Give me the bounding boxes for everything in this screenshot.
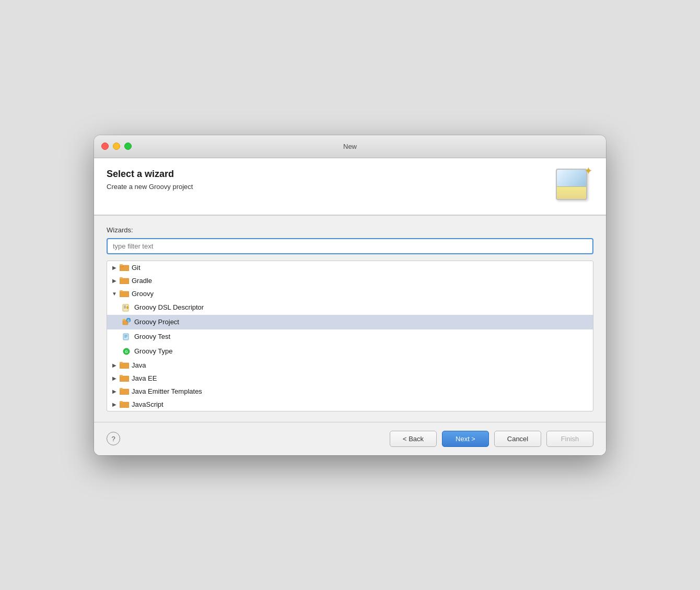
header-text: Select a wizard Create a new Groovy proj… (107, 169, 193, 191)
page-title: Select a wizard (107, 169, 193, 180)
arrow-icon: ▶ (111, 375, 118, 381)
page-subtitle: Create a new Groovy project (107, 183, 193, 191)
svg-text:G: G (127, 319, 130, 322)
tree-item-groovy-dsl[interactable]: Groovy DSL Descriptor (107, 300, 593, 315)
close-button[interactable] (101, 143, 109, 150)
titlebar: New (94, 135, 606, 158)
tree-item-label: Java EE (132, 374, 157, 382)
tree-item-label: Groovy Type (134, 347, 172, 355)
svg-rect-5 (120, 291, 129, 297)
arrow-icon: ▶ (111, 401, 118, 407)
footer: ? < Back Next > Cancel Finish (94, 422, 606, 455)
back-button[interactable]: < Back (390, 431, 437, 447)
filter-input[interactable] (107, 238, 593, 254)
folder-icon (120, 290, 129, 297)
svg-rect-29 (120, 401, 123, 403)
folder-icon (120, 361, 129, 369)
tree-item-java[interactable]: ▶ Java (107, 359, 593, 372)
tree-item-javascript[interactable]: ▶ JavaScript (107, 398, 593, 411)
groovy-test-icon (122, 332, 131, 341)
arrow-icon: ▶ (111, 277, 118, 284)
svg-rect-6 (120, 290, 123, 292)
folder-icon (120, 264, 129, 271)
wizards-label: Wizards: (107, 226, 593, 234)
folder-icon (120, 374, 129, 382)
wizard-icon: ✦ (556, 169, 593, 206)
svg-rect-28 (120, 402, 129, 408)
window-title: New (343, 143, 357, 150)
svg-rect-26 (120, 389, 129, 395)
tree-item-label: JavaScript (132, 400, 164, 408)
svg-rect-24 (120, 376, 129, 382)
tree-item-java-ee[interactable]: ▶ Java EE (107, 372, 593, 385)
window: New Select a wizard Create a new Groovy … (94, 135, 606, 455)
svg-rect-13 (123, 319, 125, 321)
svg-rect-16 (123, 334, 129, 340)
arrow-icon: ▶ (111, 362, 118, 368)
tree-item-label: Gradle (132, 277, 152, 285)
next-button[interactable]: Next > (442, 431, 489, 447)
svg-text:G: G (125, 350, 128, 353)
tree-container[interactable]: ▶ Git ▶ G (107, 261, 593, 411)
svg-rect-2 (120, 264, 123, 266)
cancel-button[interactable]: Cancel (494, 431, 541, 447)
traffic-lights (101, 143, 132, 150)
arrow-icon: ▼ (111, 290, 118, 297)
folder-icon (120, 387, 129, 395)
groovy-type-icon: G (122, 347, 131, 356)
tree-item-groovy-test[interactable]: Groovy Test (107, 329, 593, 344)
help-button[interactable]: ? (107, 432, 120, 445)
body: Wizards: ▶ Git ▶ (94, 216, 606, 422)
tree-item-label: Groovy (132, 290, 154, 298)
svg-rect-4 (120, 277, 123, 279)
svg-rect-23 (120, 362, 123, 363)
tree-item-label: Java (132, 361, 146, 369)
tree-item-label: Groovy Test (134, 333, 170, 340)
footer-left: ? (107, 432, 120, 445)
tree-item-label: Java Emitter Templates (132, 387, 202, 395)
tree-item-gradle[interactable]: ▶ Gradle (107, 274, 593, 287)
wizard-icon-inner (556, 169, 587, 200)
tree-item-label: Groovy DSL Descriptor (134, 303, 204, 311)
tree-item-groovy-type[interactable]: G Groovy Type (107, 344, 593, 359)
footer-buttons: < Back Next > Cancel Finish (390, 431, 593, 447)
tree-item-label: Groovy Project (134, 318, 179, 326)
arrow-icon: ▶ (111, 264, 118, 270)
tree-item-groovy[interactable]: ▼ Groovy (107, 287, 593, 300)
groovy-dsl-icon (122, 303, 131, 312)
sparkle-icon: ✦ (584, 164, 596, 176)
maximize-button[interactable] (124, 143, 132, 150)
tree-item-label: Git (132, 264, 141, 272)
groovy-project-icon: G (122, 317, 131, 327)
folder-icon (120, 400, 129, 408)
svg-rect-22 (120, 363, 129, 369)
folder-icon (120, 277, 129, 284)
header: Select a wizard Create a new Groovy proj… (94, 158, 606, 215)
finish-button[interactable]: Finish (546, 431, 593, 447)
tree-item-groovy-project[interactable]: G Groovy Project (107, 315, 593, 329)
svg-rect-27 (120, 388, 123, 390)
svg-rect-25 (120, 375, 123, 376)
minimize-button[interactable] (113, 143, 120, 150)
tree-item-git[interactable]: ▶ Git (107, 261, 593, 274)
arrow-icon: ▶ (111, 388, 118, 394)
tree-item-java-emitter[interactable]: ▶ Java Emitter Templates (107, 385, 593, 398)
svg-rect-3 (120, 278, 129, 284)
